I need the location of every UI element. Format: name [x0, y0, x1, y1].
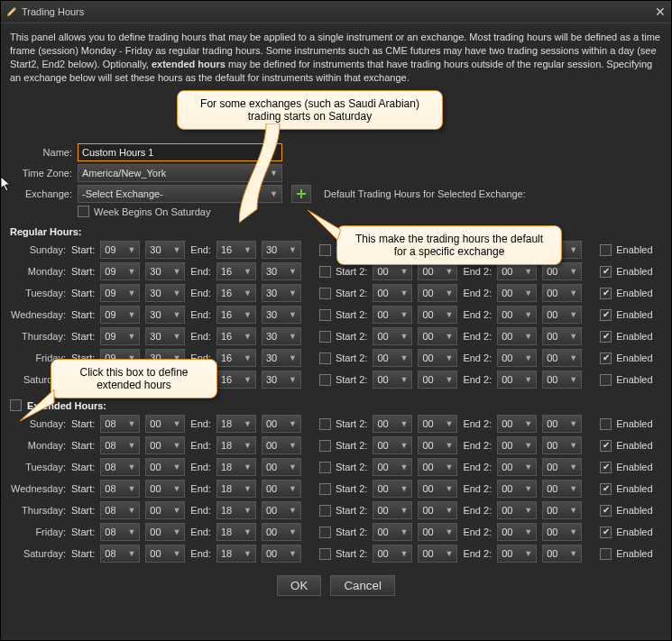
time-select[interactable]: 00▼ — [262, 545, 301, 563]
start2-checkbox[interactable] — [319, 244, 331, 256]
start2-checkbox[interactable] — [319, 505, 331, 517]
time-select[interactable]: 00▼ — [373, 458, 412, 476]
time-select[interactable]: 00▼ — [542, 262, 582, 280]
time-select[interactable]: 00▼ — [497, 349, 537, 367]
time-select[interactable]: 00▼ — [418, 262, 457, 280]
time-select[interactable]: 18▼ — [216, 523, 256, 541]
time-select[interactable]: 00▼ — [373, 523, 412, 541]
time-select[interactable]: 30▼ — [145, 284, 185, 302]
time-select[interactable]: 00▼ — [542, 415, 582, 433]
time-select[interactable]: 30▼ — [145, 306, 185, 324]
time-select[interactable]: 00▼ — [542, 545, 582, 563]
time-select[interactable]: 00▼ — [145, 545, 185, 563]
enabled-checkbox[interactable] — [600, 505, 612, 517]
time-select[interactable]: 00▼ — [542, 327, 582, 345]
time-select[interactable]: 18▼ — [216, 501, 256, 519]
time-select[interactable]: 18▼ — [216, 415, 256, 433]
time-select[interactable]: 00▼ — [373, 436, 412, 454]
time-select[interactable]: 09▼ — [100, 306, 140, 324]
week-begins-saturday-checkbox[interactable] — [78, 206, 89, 217]
time-select[interactable]: 00▼ — [145, 415, 185, 433]
time-select[interactable]: 09▼ — [100, 284, 140, 302]
start2-checkbox[interactable] — [319, 440, 331, 452]
time-select[interactable]: 18▼ — [216, 545, 256, 563]
time-select[interactable]: 30▼ — [262, 371, 301, 389]
enabled-checkbox[interactable] — [600, 374, 612, 386]
time-select[interactable]: 00▼ — [262, 523, 301, 541]
time-select[interactable]: 00▼ — [145, 458, 185, 476]
time-select[interactable]: 00▼ — [497, 523, 537, 541]
time-select[interactable]: 00▼ — [373, 349, 412, 367]
time-select[interactable]: 00▼ — [497, 262, 537, 280]
time-select[interactable]: 30▼ — [262, 241, 301, 259]
time-select[interactable]: 16▼ — [216, 284, 256, 302]
enabled-checkbox[interactable] — [600, 527, 612, 538]
time-select[interactable]: 30▼ — [145, 262, 185, 280]
time-select[interactable]: 16▼ — [216, 262, 256, 280]
time-select[interactable]: 00▼ — [418, 545, 457, 563]
start2-checkbox[interactable] — [319, 266, 331, 278]
time-select[interactable]: 00▼ — [542, 523, 582, 541]
time-select[interactable]: 08▼ — [100, 523, 140, 541]
time-select[interactable]: 00▼ — [145, 501, 185, 519]
time-select[interactable]: 00▼ — [373, 306, 412, 324]
time-select[interactable]: 00▼ — [262, 436, 301, 454]
time-select[interactable]: 00▼ — [418, 436, 457, 454]
time-select[interactable]: 00▼ — [418, 415, 457, 433]
time-select[interactable]: 08▼ — [100, 458, 140, 476]
enabled-checkbox[interactable] — [600, 244, 612, 256]
start2-checkbox[interactable] — [319, 483, 331, 495]
start2-checkbox[interactable] — [319, 288, 331, 299]
time-select[interactable]: 16▼ — [216, 306, 256, 324]
time-select[interactable]: 00▼ — [497, 545, 537, 563]
time-select[interactable]: 18▼ — [216, 480, 256, 498]
time-select[interactable]: 16▼ — [216, 327, 256, 345]
time-select[interactable]: 00▼ — [373, 371, 412, 389]
time-select[interactable]: 00▼ — [373, 415, 412, 433]
start2-checkbox[interactable] — [319, 527, 331, 538]
time-select[interactable]: 16▼ — [216, 349, 256, 367]
time-select[interactable]: 00▼ — [497, 371, 537, 389]
enabled-checkbox[interactable] — [600, 418, 612, 430]
time-select[interactable]: 30▼ — [262, 262, 301, 280]
time-select[interactable]: 08▼ — [100, 545, 140, 563]
time-select[interactable]: 00▼ — [542, 371, 582, 389]
time-select[interactable]: 16▼ — [216, 241, 256, 259]
time-select[interactable]: 08▼ — [100, 501, 140, 519]
time-select[interactable]: 00▼ — [497, 436, 537, 454]
time-select[interactable]: 30▼ — [145, 241, 185, 259]
time-select[interactable]: 08▼ — [100, 415, 140, 433]
time-select[interactable]: 00▼ — [418, 306, 457, 324]
start2-checkbox[interactable] — [319, 374, 331, 386]
time-select[interactable]: 00▼ — [373, 545, 412, 563]
time-select[interactable]: 00▼ — [418, 349, 457, 367]
time-select[interactable]: 30▼ — [145, 327, 185, 345]
time-select[interactable]: 00▼ — [145, 436, 185, 454]
time-select[interactable]: 00▼ — [542, 458, 582, 476]
time-select[interactable]: 00▼ — [418, 327, 457, 345]
time-select[interactable]: 00▼ — [542, 306, 582, 324]
time-select[interactable]: 00▼ — [262, 501, 301, 519]
cancel-button[interactable]: Cancel — [330, 575, 395, 596]
start2-checkbox[interactable] — [319, 418, 331, 430]
time-select[interactable]: 18▼ — [216, 436, 256, 454]
time-select[interactable]: 09▼ — [100, 327, 140, 345]
time-select[interactable]: 00▼ — [373, 480, 412, 498]
start2-checkbox[interactable] — [319, 331, 331, 343]
time-select[interactable]: 00▼ — [542, 284, 582, 302]
start2-checkbox[interactable] — [319, 548, 331, 560]
time-select[interactable]: 00▼ — [542, 501, 582, 519]
time-select[interactable]: 08▼ — [100, 436, 140, 454]
time-select[interactable]: 00▼ — [418, 501, 457, 519]
close-icon[interactable]: ✕ — [655, 5, 666, 19]
add-exchange-button[interactable] — [291, 185, 311, 203]
time-select[interactable]: 00▼ — [262, 480, 301, 498]
time-select[interactable]: 09▼ — [100, 262, 140, 280]
ok-button[interactable]: OK — [277, 575, 321, 596]
time-select[interactable]: 00▼ — [497, 480, 537, 498]
time-select[interactable]: 00▼ — [418, 480, 457, 498]
time-select[interactable]: 00▼ — [145, 523, 185, 541]
time-select[interactable]: 00▼ — [418, 458, 457, 476]
time-select[interactable]: 00▼ — [497, 327, 537, 345]
enabled-checkbox[interactable] — [600, 288, 612, 299]
